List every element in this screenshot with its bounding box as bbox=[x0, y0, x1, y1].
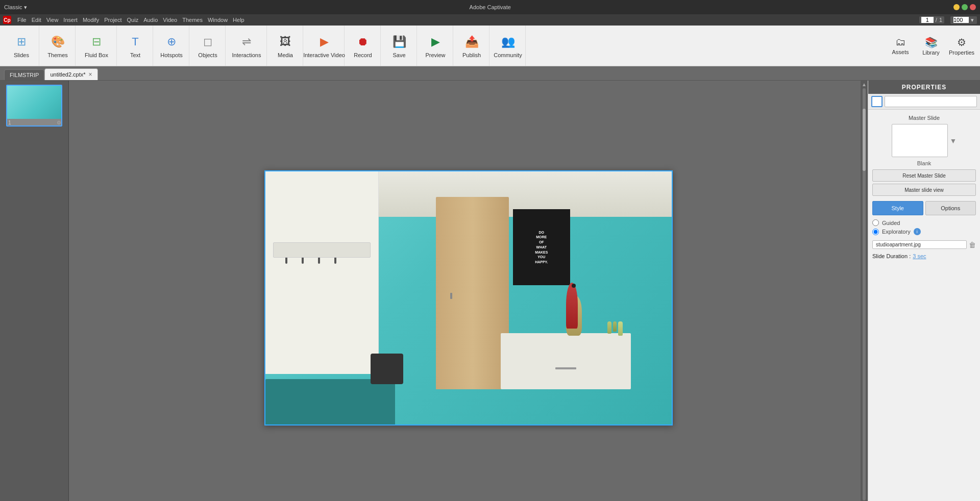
community-icon: 👥 bbox=[500, 34, 516, 50]
menu-edit[interactable]: Edit bbox=[32, 17, 41, 23]
minimize-button[interactable] bbox=[953, 4, 960, 10]
menu-modify[interactable]: Modify bbox=[83, 17, 99, 23]
scroll-thumb-v bbox=[863, 109, 866, 170]
properties-button[interactable]: ⚙ Properties bbox=[947, 29, 976, 63]
menu-file[interactable]: File bbox=[17, 17, 27, 23]
delete-image-icon[interactable]: 🗑 bbox=[969, 241, 976, 249]
guided-radio-row: Guided bbox=[872, 219, 976, 226]
library-label: Library bbox=[922, 49, 940, 56]
assets-button[interactable]: 🗂 Assets bbox=[886, 29, 915, 63]
zoom-arrow[interactable]: ▾ bbox=[971, 17, 974, 23]
publish-button[interactable]: 📤 Publish bbox=[456, 29, 487, 63]
hotspots-label: Hotspots bbox=[160, 52, 182, 58]
slide-duration-value[interactable]: 3 sec bbox=[913, 253, 926, 259]
properties-panel: PROPERTIES Master Slide ▼ Blank Reset Ma… bbox=[868, 81, 980, 501]
classic-label[interactable]: Classic ▾ bbox=[4, 4, 27, 11]
svg-rect-6 bbox=[41, 94, 49, 105]
bench bbox=[265, 379, 396, 424]
door bbox=[436, 197, 509, 389]
menu-project[interactable]: Project bbox=[104, 17, 121, 23]
slide-gear-icon[interactable]: ⚙ bbox=[57, 120, 61, 126]
menu-window[interactable]: Window bbox=[208, 17, 228, 23]
info-icon[interactable]: i bbox=[914, 228, 921, 235]
bottles bbox=[607, 321, 623, 336]
properties-search-input[interactable] bbox=[885, 96, 977, 107]
text-icon: T bbox=[127, 34, 143, 50]
text-button[interactable]: T Text bbox=[120, 29, 151, 63]
save-button[interactable]: 💾 Save bbox=[384, 29, 414, 63]
titlebar: Classic ▾ Adobe Captivate bbox=[0, 0, 980, 14]
hook2 bbox=[302, 258, 304, 264]
menu-insert[interactable]: Insert bbox=[63, 17, 78, 23]
color-picker-icon[interactable] bbox=[871, 96, 883, 107]
svg-rect-10 bbox=[37, 112, 52, 117]
hotspots-group: ⊕ Hotspots bbox=[154, 26, 189, 66]
themes-label: Themes bbox=[47, 52, 68, 58]
slide-thumbnail-1[interactable]: DO MORE OF WHAT MAKES 1 ⚙ bbox=[6, 85, 62, 127]
fluidbox-button[interactable]: ⊟ Fluid Box bbox=[79, 29, 114, 63]
zoom-input[interactable] bbox=[953, 17, 969, 23]
slide-number: 1 ⚙ bbox=[7, 120, 61, 126]
document-tab[interactable]: untitled2.cptx* × bbox=[44, 68, 97, 80]
guided-radio[interactable] bbox=[872, 219, 879, 226]
text-group: T Text bbox=[118, 26, 153, 66]
tab-close-icon[interactable]: × bbox=[89, 71, 92, 78]
menu-quiz[interactable]: Quiz bbox=[127, 17, 139, 23]
mode-section: Guided Exploratory i bbox=[872, 219, 976, 235]
themes-button[interactable]: 🎨 Themes bbox=[42, 29, 73, 63]
slide-total: 1 bbox=[939, 17, 942, 23]
svg-rect-11 bbox=[7, 112, 22, 118]
window-controls bbox=[953, 4, 976, 10]
svg-text:DO MORE: DO MORE bbox=[43, 96, 51, 98]
filmstrip-tab[interactable]: FILMSTRIP bbox=[4, 69, 44, 80]
hook1 bbox=[285, 258, 287, 264]
scroll-up-arrow[interactable]: ▲ bbox=[862, 82, 867, 87]
maximize-button[interactable] bbox=[962, 4, 968, 10]
library-button[interactable]: 📚 Library bbox=[917, 29, 945, 63]
menu-themes[interactable]: Themes bbox=[182, 17, 203, 23]
slides-button[interactable]: ⊞ Slides bbox=[6, 29, 37, 63]
slide-current-input[interactable] bbox=[921, 17, 934, 23]
record-button[interactable]: ⏺ Record bbox=[348, 29, 378, 63]
properties-header: PROPERTIES bbox=[868, 81, 980, 94]
svg-rect-2 bbox=[7, 86, 61, 96]
exploratory-radio[interactable] bbox=[872, 229, 879, 235]
menu-video[interactable]: Video bbox=[163, 17, 177, 23]
plant bbox=[566, 283, 578, 328]
style-options-tabs: Style Options bbox=[872, 201, 976, 215]
bottle2 bbox=[613, 321, 617, 332]
slide-nav: / 1 bbox=[919, 16, 944, 23]
objects-button[interactable]: ◻ Objects bbox=[192, 29, 223, 63]
vertical-scrollbar[interactable]: ▲ ▼ bbox=[861, 81, 868, 501]
interactions-button[interactable]: ⇌ Interactions bbox=[229, 29, 264, 63]
interactions-group: ⇌ Interactions bbox=[227, 26, 267, 66]
style-tab-button[interactable]: Style bbox=[872, 201, 923, 215]
media-button[interactable]: 🖼 Media bbox=[270, 29, 301, 63]
reset-master-slide-button[interactable]: Reset Master Slide bbox=[872, 169, 976, 182]
toolbar: ⊞ Slides 🎨 Themes ⊟ Fluid Box T Text ⊕ H… bbox=[0, 26, 980, 66]
objects-label: Objects bbox=[198, 52, 217, 58]
slide-separator: / bbox=[936, 17, 937, 23]
title-text: Adobe Captivate bbox=[31, 4, 949, 10]
ivideo-button[interactable]: ▶ Interactive Video bbox=[306, 29, 342, 63]
hotspots-button[interactable]: ⊕ Hotspots bbox=[156, 29, 187, 63]
menu-audio[interactable]: Audio bbox=[143, 17, 158, 23]
close-button[interactable] bbox=[970, 4, 976, 10]
options-tab-button[interactable]: Options bbox=[925, 201, 976, 215]
menu-help[interactable]: Help bbox=[233, 17, 244, 23]
svg-rect-3 bbox=[28, 91, 36, 116]
preview-button[interactable]: ▶ Preview bbox=[420, 29, 451, 63]
canvas-area[interactable]: DO MORE OF WHAT MAKES YOU HAPPY. bbox=[69, 81, 868, 501]
properties-label: Properties bbox=[949, 49, 974, 56]
scroll-track-v bbox=[863, 88, 866, 500]
zoom-control: ▾ bbox=[950, 16, 977, 24]
slide-duration-label: Slide Duration : bbox=[872, 253, 911, 259]
objects-icon: ◻ bbox=[200, 34, 216, 50]
menu-view[interactable]: View bbox=[46, 17, 59, 23]
tabbar: FILMSTRIP untitled2.cptx* × bbox=[0, 66, 980, 81]
master-slide-dropdown-arrow[interactable]: ▼ bbox=[950, 137, 957, 145]
fluidbox-icon: ⊟ bbox=[88, 34, 105, 50]
preview-group: ▶ Preview bbox=[418, 26, 453, 66]
master-slide-view-button[interactable]: Master slide view bbox=[872, 184, 976, 196]
community-button[interactable]: 👥 Community bbox=[493, 29, 523, 63]
